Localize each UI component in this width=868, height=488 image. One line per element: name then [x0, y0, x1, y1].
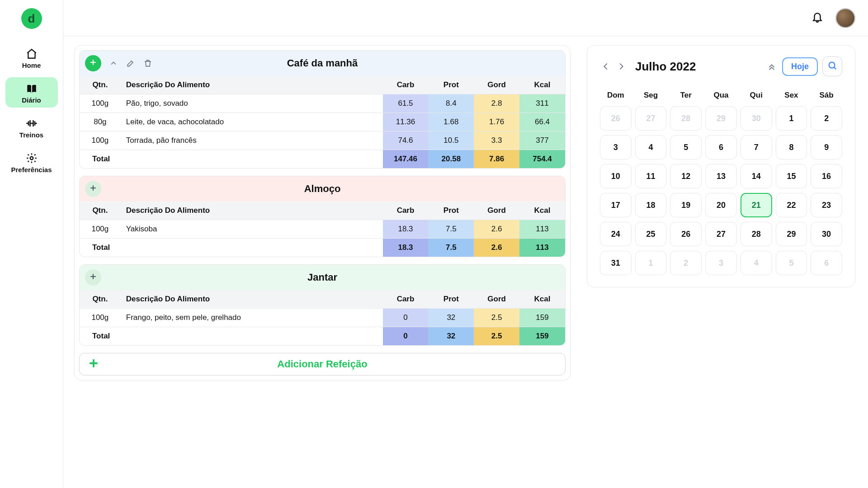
nav-workouts[interactable]: Treinos	[5, 112, 58, 142]
day-cell[interactable]: 16	[811, 164, 842, 188]
total-kcal: 159	[519, 327, 565, 346]
cell-kcal: 159	[519, 309, 565, 327]
day-cell[interactable]: 24	[600, 222, 632, 246]
next-month-button[interactable]	[615, 61, 627, 72]
add-meal-button[interactable]: Adicionar Refeição	[79, 353, 566, 375]
meal-breakfast: Café da manhãQtn.Descrição Do AlimentoCa…	[79, 50, 566, 169]
day-cell[interactable]: 2	[811, 106, 842, 131]
dow-cell: Qua	[705, 87, 737, 103]
collapse-meal-button[interactable]	[108, 57, 119, 69]
plus-icon	[89, 272, 98, 283]
day-cell[interactable]: 1	[776, 106, 807, 131]
cell-prot: 1.68	[428, 113, 474, 131]
notifications-button[interactable]	[809, 10, 826, 26]
add-food-button[interactable]	[85, 269, 101, 286]
day-cell[interactable]: 19	[670, 193, 702, 217]
day-cell[interactable]: 21	[741, 193, 772, 217]
day-cell[interactable]: 2	[670, 251, 702, 275]
sidebar: d Home Diário Treinos Preferências	[0, 0, 63, 488]
meal-header: Jantar	[80, 265, 565, 290]
day-cell[interactable]: 6	[811, 251, 842, 275]
topbar	[63, 0, 868, 36]
day-cell[interactable]: 3	[600, 135, 632, 160]
book-icon	[25, 82, 38, 95]
total-kcal: 113	[519, 239, 565, 257]
app-logo[interactable]: d	[21, 8, 42, 29]
add-food-button[interactable]	[85, 55, 101, 71]
meal-header: Almoço	[80, 176, 565, 202]
day-cell[interactable]: 26	[670, 222, 702, 246]
day-cell[interactable]: 13	[705, 164, 737, 188]
day-cell[interactable]: 11	[635, 164, 667, 188]
main-content: Café da manhãQtn.Descrição Do AlimentoCa…	[63, 36, 868, 488]
day-cell[interactable]: 27	[705, 222, 737, 246]
col-carb: Carb	[383, 202, 429, 220]
nav-preferences[interactable]: Preferências	[5, 147, 58, 177]
meal-title: Café da manhã	[287, 57, 358, 69]
cell-kcal: 377	[519, 131, 565, 150]
day-cell[interactable]: 9	[811, 135, 842, 160]
nav-home[interactable]: Home	[5, 42, 58, 73]
meal-title: Almoço	[304, 183, 341, 194]
day-cell[interactable]: 30	[741, 106, 772, 131]
day-cell[interactable]: 20	[705, 193, 737, 217]
day-cell[interactable]: 1	[635, 251, 667, 275]
food-row[interactable]: 80gLeite, de vaca, achocolatado11.361.68…	[80, 113, 565, 131]
day-cell[interactable]: 28	[670, 106, 702, 131]
day-cell[interactable]: 14	[741, 164, 772, 188]
day-cell[interactable]: 4	[741, 251, 772, 275]
total-row: Total18.37.52.6113	[80, 239, 565, 257]
day-cell[interactable]: 25	[635, 222, 667, 246]
food-row[interactable]: 100gYakisoba18.37.52.6113	[80, 220, 565, 239]
logo-letter: d	[28, 12, 35, 26]
cell-carb: 74.6	[383, 131, 429, 150]
total-row: Total0322.5159	[80, 327, 565, 346]
add-food-button[interactable]	[85, 181, 101, 197]
day-cell[interactable]: 29	[776, 222, 807, 246]
nav-diary[interactable]: Diário	[5, 77, 58, 108]
food-row[interactable]: 100gTorrada, pão francês74.610.53.3377	[80, 131, 565, 150]
day-cell[interactable]: 10	[600, 164, 632, 188]
calendar-search-button[interactable]	[822, 56, 842, 76]
col-gord: Gord	[474, 290, 519, 309]
calendar-title: Julho 2022	[635, 60, 696, 74]
day-cell[interactable]: 8	[776, 135, 807, 160]
cell-kcal: 113	[519, 220, 565, 239]
food-row[interactable]: 100gFrango, peito, sem pele, grelhado032…	[80, 309, 565, 327]
delete-meal-button[interactable]	[142, 57, 154, 69]
day-cell[interactable]: 5	[670, 135, 702, 160]
cell-desc: Frango, peito, sem pele, grelhado	[121, 309, 383, 327]
diary-panel: Café da manhãQtn.Descrição Do AlimentoCa…	[74, 45, 571, 380]
prev-month-button[interactable]	[600, 61, 612, 72]
day-cell[interactable]: 17	[600, 193, 632, 217]
day-cell[interactable]: 28	[741, 222, 772, 246]
day-cell[interactable]: 18	[635, 193, 667, 217]
cell-prot: 32	[428, 309, 474, 327]
day-cell[interactable]: 6	[705, 135, 737, 160]
day-cell[interactable]: 23	[811, 193, 842, 217]
day-cell[interactable]: 7	[741, 135, 772, 160]
day-cell[interactable]: 22	[776, 193, 807, 217]
food-table: Qtn.Descrição Do AlimentoCarbProtGordKca…	[80, 290, 565, 345]
cell-desc: Pão, trigo, sovado	[121, 94, 383, 113]
day-cell[interactable]: 30	[811, 222, 842, 246]
day-cell[interactable]: 3	[705, 251, 737, 275]
day-cell[interactable]: 29	[705, 106, 737, 131]
collapse-calendar-button[interactable]	[766, 61, 778, 72]
day-cell[interactable]: 12	[670, 164, 702, 188]
col-carb: Carb	[383, 290, 429, 309]
calendar-dow-row: DomSegTerQuaQuiSexSáb	[600, 87, 842, 103]
cell-carb: 0	[383, 309, 429, 327]
col-carb: Carb	[383, 76, 429, 94]
avatar[interactable]	[835, 8, 855, 28]
today-button[interactable]: Hoje	[782, 57, 818, 76]
day-cell[interactable]: 26	[600, 106, 632, 131]
day-cell[interactable]: 4	[635, 135, 667, 160]
edit-meal-button[interactable]	[125, 57, 137, 69]
day-cell[interactable]: 31	[600, 251, 632, 275]
day-cell[interactable]: 15	[776, 164, 807, 188]
food-row[interactable]: 100gPão, trigo, sovado61.58.42.8311	[80, 94, 565, 113]
day-cell[interactable]: 27	[635, 106, 667, 131]
day-cell[interactable]: 5	[776, 251, 807, 275]
col-kcal: Kcal	[519, 76, 565, 94]
